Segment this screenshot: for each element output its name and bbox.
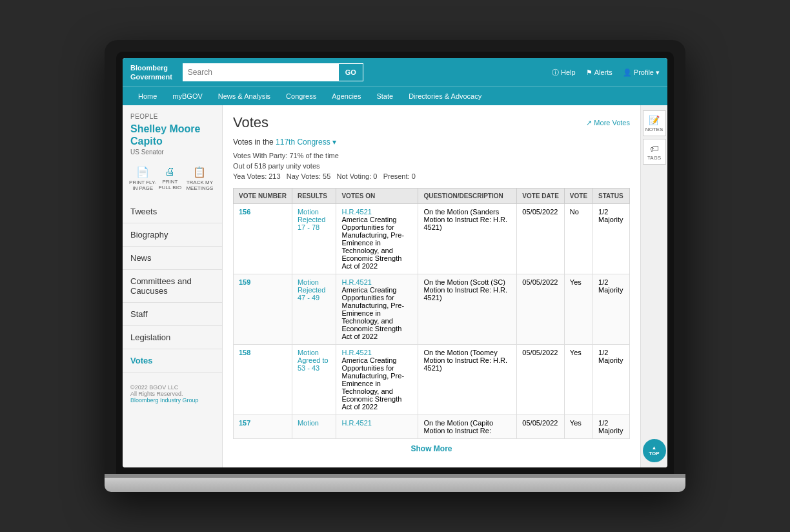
col-vote-number: VOTE NUMBER [234,189,292,204]
bill-link[interactable]: H.R.4521 [341,349,371,356]
vote-number-link[interactable]: 157 [239,419,250,427]
col-votes-on: VOTES ON [336,189,418,204]
cell-results: Motion Rejected 47 - 49 [292,274,336,345]
congress-dropdown-arrow: ▾ [332,138,336,147]
top-button[interactable]: ▲ TOP [643,439,666,462]
bill-link[interactable]: H.R.4521 [341,208,371,216]
print-fullbio-button[interactable]: 🖨 PRINT FULL BIO [157,166,182,191]
sidebar-item-news[interactable]: News [123,247,222,270]
more-votes-link[interactable]: ↗ More Votes [586,119,630,127]
right-panel: 📝 NOTES 🏷 TAGS ▲ TOP [640,105,667,467]
print-flyin-button[interactable]: 📄 PRINT FLY-IN PAGE [128,166,157,191]
print-flyin-icon: 📄 [136,166,149,178]
track-meetings-button[interactable]: 📋 TRACK MY MEETINGS [183,166,217,191]
tags-button[interactable]: 🏷 TAGS [643,139,666,165]
result-link[interactable]: Motion Rejected 17 - 78 [298,208,325,231]
vote-number-link[interactable]: 158 [239,349,250,356]
sidebar-item-legislation[interactable]: Legislation [123,326,222,349]
cell-vote-date: 05/05/2022 [517,204,564,274]
app-header: Bloomberg Government GO ⓘ Help ⚑ Alerts [123,58,667,87]
cell-votes-on: H.R.4521 America Creating Opportunities … [336,345,418,415]
show-more-button[interactable]: Show More [233,439,630,458]
main-nav: Home myBGOV News & Analysis Congress Age… [123,87,667,105]
col-vote: VOTE [564,189,592,204]
notes-icon: 📝 [649,115,660,125]
nav-home[interactable]: Home [130,87,165,105]
nav-mybgov[interactable]: myBGOV [165,87,210,105]
cell-status: 1/2 Majority [593,345,630,415]
track-meetings-icon: 📋 [193,166,206,178]
sidebar-footer: ©2022 BGOV LLC All Rights Reserved. Bloo… [123,378,222,410]
cell-results: Motion [292,415,336,439]
result-link[interactable]: Motion Rejected 47 - 49 [298,278,325,302]
content-area: Votes ↗ More Votes Votes in the 117th Co… [223,105,640,467]
search-bar: GO [183,63,363,81]
cell-results: Motion Rejected 17 - 78 [292,204,336,274]
cell-vote: Yes [564,345,592,415]
col-status: STATUS [593,189,630,204]
search-input[interactable] [183,63,338,81]
cell-vote: Yes [564,415,592,439]
sidebar-actions: 📄 PRINT FLY-IN PAGE 🖨 PRINT FULL BIO 📋 T… [123,162,222,195]
tags-icon: 🏷 [650,143,659,154]
col-vote-date: VOTE DATE [517,189,564,204]
col-question: QUESTION/DESCRIPTION [418,189,517,204]
out-of-label: Out of 518 party unity votes [233,162,630,170]
page-title: Votes [233,114,268,131]
cell-question: On the Motion (Scott (SC) Motion to Inst… [418,274,517,345]
user-icon: 👤 [623,68,632,77]
go-button[interactable]: GO [338,63,363,81]
cell-vote-number: 159 [234,274,292,345]
bill-link[interactable]: H.R.4521 [341,278,371,286]
cell-results: Motion Agreed to 53 - 43 [292,345,336,415]
cell-vote-date: 05/05/2022 [517,274,564,345]
bloomberg-industry-link[interactable]: Bloomberg Industry Group [130,397,199,404]
sidebar-item-votes[interactable]: Votes [123,349,222,373]
cell-votes-on: H.R.4521 [336,415,418,439]
sidebar-item-tweets[interactable]: Tweets [123,200,222,223]
votes-stats: Yea Votes: 213 Nay Votes: 55 Not Voting:… [233,172,630,180]
profile-link[interactable]: 👤 Profile ▾ [623,68,660,77]
print-fullbio-icon: 🖨 [165,166,175,178]
nav-directories[interactable]: Directories & Advocacy [401,87,489,105]
cell-status: 1/2 Majority [593,204,630,274]
sidebar-item-staff[interactable]: Staff [123,303,222,326]
congress-dropdown[interactable]: 117th Congress [276,138,330,147]
cell-question: On the Motion (Sanders Motion to Instruc… [418,204,517,274]
notes-button[interactable]: 📝 NOTES [643,110,666,136]
cell-vote-date: 05/05/2022 [517,345,564,415]
vote-number-link[interactable]: 156 [239,208,250,216]
cell-vote: No [564,204,592,274]
cell-question: On the Motion (Capito Motion to Instruct… [418,415,517,439]
votes-table: VOTE NUMBER RESULTS VOTES ON QUESTION/DE… [233,188,630,439]
result-link[interactable]: Motion Agreed to 53 - 43 [298,349,329,372]
people-label: PEOPLE [123,113,222,120]
cell-status: 1/2 Majority [593,274,630,345]
table-row: 158 Motion Agreed to 53 - 43 H.R.4521 Am… [234,345,630,415]
nav-congress[interactable]: Congress [278,87,324,105]
chevron-down-icon: ▾ [656,68,660,77]
sidebar-item-committees[interactable]: Committees and Caucuses [123,270,222,303]
brand-logo: Bloomberg Government [130,63,172,82]
senator-name: Shelley Moore Capito [123,123,222,147]
cell-vote: Yes [564,274,592,345]
cell-vote-date: 05/05/2022 [517,415,564,439]
nav-news-analysis[interactable]: News & Analysis [210,87,278,105]
sidebar: PEOPLE Shelley Moore Capito US Senator 📄… [123,105,223,467]
table-row: 157 Motion H.R.4521 On the Motion (Capit… [234,415,630,439]
help-link[interactable]: ⓘ Help [552,68,576,77]
votes-with-party: Votes With Party: 71% of the time [233,152,630,159]
result-link[interactable]: Motion [298,419,319,427]
congress-selector: Votes in the 117th Congress ▾ [233,138,630,147]
bill-link[interactable]: H.R.4521 [341,419,371,427]
nav-agencies[interactable]: Agencies [324,87,369,105]
vote-number-link[interactable]: 159 [239,278,250,286]
sidebar-item-biography[interactable]: Biography [123,223,222,247]
help-icon: ⓘ [552,68,559,77]
col-results: RESULTS [292,189,336,204]
flag-icon: ⚑ [586,68,592,77]
cell-question: On the Motion (Toomey Motion to Instruct… [418,345,517,415]
cell-vote-number: 158 [234,345,292,415]
nav-state[interactable]: State [369,87,401,105]
alerts-link[interactable]: ⚑ Alerts [586,68,613,77]
